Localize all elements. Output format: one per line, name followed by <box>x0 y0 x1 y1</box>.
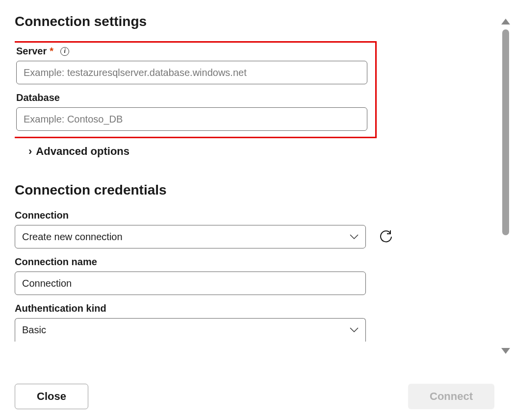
advanced-options-label: Advanced options <box>36 145 129 158</box>
refresh-icon[interactable] <box>379 229 393 244</box>
connect-button[interactable]: Connect <box>408 384 494 409</box>
advanced-options-toggle[interactable]: › Advanced options <box>28 145 485 158</box>
connection-select-value: Create new connection <box>22 231 123 243</box>
scroll-track[interactable] <box>501 29 510 343</box>
connection-name-input[interactable] <box>15 272 366 295</box>
scrollbar[interactable] <box>501 19 510 352</box>
scroll-up-icon[interactable] <box>501 19 510 25</box>
server-label: Server * i <box>16 46 370 57</box>
server-input[interactable] <box>16 61 367 84</box>
connection-select[interactable]: Create new connection <box>15 225 366 248</box>
auth-kind-select[interactable]: Basic <box>15 318 366 342</box>
required-asterisk: * <box>50 46 53 57</box>
connection-name-label: Connection name <box>15 256 485 268</box>
info-icon[interactable]: i <box>60 47 69 56</box>
highlighted-settings-box: Server * i Database <box>15 41 377 138</box>
auth-kind-label-text: Authentication kind <box>15 303 106 314</box>
server-label-text: Server <box>16 46 47 57</box>
auth-kind-label: Authentication kind <box>15 303 485 314</box>
scroll-thumb[interactable] <box>502 29 509 235</box>
close-button[interactable]: Close <box>15 384 88 409</box>
connection-label-text: Connection <box>15 210 69 221</box>
database-label-text: Database <box>16 92 60 103</box>
connection-name-label-text: Connection name <box>15 256 97 268</box>
database-input[interactable] <box>16 107 367 131</box>
connection-credentials-heading: Connection credentials <box>15 182 485 198</box>
scroll-down-icon[interactable] <box>501 348 510 354</box>
auth-kind-value: Basic <box>22 324 46 336</box>
connection-label: Connection <box>15 210 485 221</box>
connection-settings-heading: Connection settings <box>15 14 485 29</box>
database-label: Database <box>16 92 370 103</box>
chevron-right-icon: › <box>28 145 32 158</box>
